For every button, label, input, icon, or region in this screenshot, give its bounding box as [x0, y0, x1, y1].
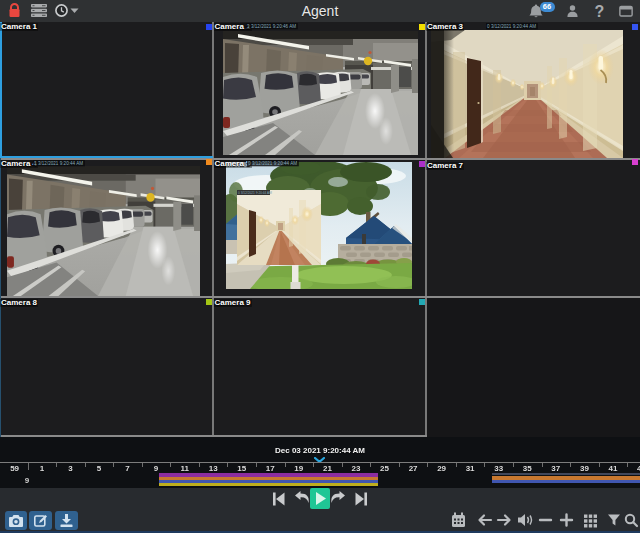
- svg-text:?: ?: [595, 3, 605, 19]
- svg-text:0 3/12/2021 9:20:44 AM: 0 3/12/2021 9:20:44 AM: [238, 191, 272, 195]
